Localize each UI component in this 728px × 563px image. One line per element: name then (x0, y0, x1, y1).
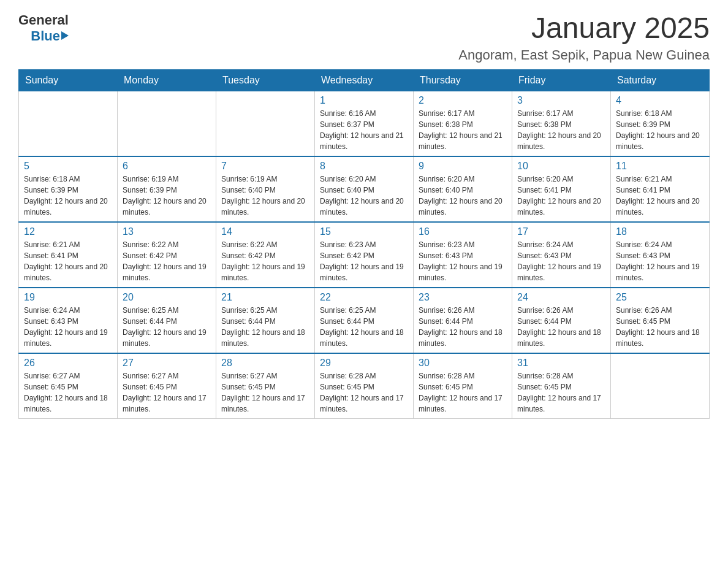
day-info: Sunrise: 6:17 AM Sunset: 6:38 PM Dayligh… (517, 108, 605, 152)
day-number: 19 (24, 292, 112, 303)
day-number: 1 (320, 95, 408, 106)
day-info: Sunrise: 6:26 AM Sunset: 6:45 PM Dayligh… (616, 305, 704, 349)
day-number: 8 (320, 161, 408, 172)
calendar-cell: 16Sunrise: 6:23 AM Sunset: 6:43 PM Dayli… (414, 222, 512, 288)
calendar-cell: 24Sunrise: 6:26 AM Sunset: 6:44 PM Dayli… (512, 288, 611, 353)
calendar-cell: 31Sunrise: 6:28 AM Sunset: 6:45 PM Dayli… (512, 353, 611, 419)
day-number: 28 (221, 358, 309, 369)
day-number: 17 (517, 226, 605, 237)
calendar-cell: 27Sunrise: 6:27 AM Sunset: 6:45 PM Dayli… (118, 353, 216, 419)
day-number: 24 (517, 292, 605, 303)
day-info: Sunrise: 6:18 AM Sunset: 6:39 PM Dayligh… (24, 174, 112, 218)
day-number: 2 (419, 95, 507, 106)
calendar-cell: 8Sunrise: 6:20 AM Sunset: 6:40 PM Daylig… (315, 156, 414, 222)
day-number: 30 (419, 358, 507, 369)
day-info: Sunrise: 6:17 AM Sunset: 6:38 PM Dayligh… (419, 108, 507, 152)
title-section: January 2025 Angoram, East Sepik, Papua … (458, 12, 710, 63)
calendar-cell: 18Sunrise: 6:24 AM Sunset: 6:43 PM Dayli… (611, 222, 710, 288)
calendar-cell: 30Sunrise: 6:28 AM Sunset: 6:45 PM Dayli… (414, 353, 512, 419)
calendar-day-header: Saturday (611, 69, 710, 91)
day-number: 14 (221, 226, 309, 237)
calendar-day-header: Tuesday (216, 69, 315, 91)
calendar-cell: 26Sunrise: 6:27 AM Sunset: 6:45 PM Dayli… (19, 353, 118, 419)
calendar-cell: 11Sunrise: 6:21 AM Sunset: 6:41 PM Dayli… (611, 156, 710, 222)
calendar-day-header: Sunday (19, 69, 118, 91)
calendar-cell: 9Sunrise: 6:20 AM Sunset: 6:40 PM Daylig… (414, 156, 512, 222)
day-number: 6 (123, 161, 211, 172)
day-info: Sunrise: 6:24 AM Sunset: 6:43 PM Dayligh… (616, 239, 704, 283)
calendar-cell: 20Sunrise: 6:25 AM Sunset: 6:44 PM Dayli… (118, 288, 216, 353)
day-info: Sunrise: 6:27 AM Sunset: 6:45 PM Dayligh… (221, 370, 309, 415)
day-info: Sunrise: 6:24 AM Sunset: 6:43 PM Dayligh… (517, 239, 605, 283)
day-number: 21 (221, 292, 309, 303)
day-info: Sunrise: 6:25 AM Sunset: 6:44 PM Dayligh… (221, 305, 309, 349)
calendar-cell: 28Sunrise: 6:27 AM Sunset: 6:45 PM Dayli… (216, 353, 315, 419)
day-info: Sunrise: 6:24 AM Sunset: 6:43 PM Dayligh… (24, 305, 112, 349)
calendar-week-row: 1Sunrise: 6:16 AM Sunset: 6:37 PM Daylig… (19, 91, 710, 156)
day-number: 23 (419, 292, 507, 303)
day-number: 29 (320, 358, 408, 369)
day-number: 5 (24, 161, 112, 172)
day-number: 15 (320, 226, 408, 237)
calendar-cell: 29Sunrise: 6:28 AM Sunset: 6:45 PM Dayli… (315, 353, 414, 419)
calendar-day-header: Thursday (414, 69, 512, 91)
day-number: 11 (616, 161, 704, 172)
day-number: 4 (616, 95, 704, 106)
calendar-cell (19, 91, 118, 156)
calendar-table: SundayMondayTuesdayWednesdayThursdayFrid… (18, 69, 710, 419)
logo: General Blue (18, 12, 69, 44)
day-info: Sunrise: 6:25 AM Sunset: 6:44 PM Dayligh… (123, 305, 211, 349)
calendar-cell: 15Sunrise: 6:23 AM Sunset: 6:42 PM Dayli… (315, 222, 414, 288)
calendar-cell: 4Sunrise: 6:18 AM Sunset: 6:39 PM Daylig… (611, 91, 710, 156)
calendar-day-header: Wednesday (315, 69, 414, 91)
day-number: 9 (419, 161, 507, 172)
day-number: 18 (616, 226, 704, 237)
day-number: 10 (517, 161, 605, 172)
calendar-header-row: SundayMondayTuesdayWednesdayThursdayFrid… (19, 69, 710, 91)
calendar-cell: 21Sunrise: 6:25 AM Sunset: 6:44 PM Dayli… (216, 288, 315, 353)
day-info: Sunrise: 6:20 AM Sunset: 6:41 PM Dayligh… (517, 174, 605, 218)
calendar-week-row: 19Sunrise: 6:24 AM Sunset: 6:43 PM Dayli… (19, 288, 710, 353)
day-number: 13 (123, 226, 211, 237)
day-info: Sunrise: 6:28 AM Sunset: 6:45 PM Dayligh… (320, 370, 408, 415)
day-info: Sunrise: 6:25 AM Sunset: 6:44 PM Dayligh… (320, 305, 408, 349)
calendar-week-row: 12Sunrise: 6:21 AM Sunset: 6:41 PM Dayli… (19, 222, 710, 288)
calendar-cell: 1Sunrise: 6:16 AM Sunset: 6:37 PM Daylig… (315, 91, 414, 156)
day-info: Sunrise: 6:18 AM Sunset: 6:39 PM Dayligh… (616, 108, 704, 152)
calendar-cell: 12Sunrise: 6:21 AM Sunset: 6:41 PM Dayli… (19, 222, 118, 288)
day-number: 16 (419, 226, 507, 237)
day-number: 25 (616, 292, 704, 303)
calendar-cell: 13Sunrise: 6:22 AM Sunset: 6:42 PM Dayli… (118, 222, 216, 288)
calendar-cell: 25Sunrise: 6:26 AM Sunset: 6:45 PM Dayli… (611, 288, 710, 353)
day-info: Sunrise: 6:23 AM Sunset: 6:42 PM Dayligh… (320, 239, 408, 283)
calendar-cell (611, 353, 710, 419)
day-info: Sunrise: 6:26 AM Sunset: 6:44 PM Dayligh… (517, 305, 605, 349)
calendar-cell: 5Sunrise: 6:18 AM Sunset: 6:39 PM Daylig… (19, 156, 118, 222)
calendar-cell: 23Sunrise: 6:26 AM Sunset: 6:44 PM Dayli… (414, 288, 512, 353)
calendar-cell: 2Sunrise: 6:17 AM Sunset: 6:38 PM Daylig… (414, 91, 512, 156)
subtitle: Angoram, East Sepik, Papua New Guinea (458, 47, 710, 63)
calendar-week-row: 26Sunrise: 6:27 AM Sunset: 6:45 PM Dayli… (19, 353, 710, 419)
day-number: 26 (24, 358, 112, 369)
calendar-day-header: Friday (512, 69, 611, 91)
day-info: Sunrise: 6:22 AM Sunset: 6:42 PM Dayligh… (221, 239, 309, 283)
day-info: Sunrise: 6:19 AM Sunset: 6:40 PM Dayligh… (221, 174, 309, 218)
day-info: Sunrise: 6:27 AM Sunset: 6:45 PM Dayligh… (24, 370, 112, 415)
page-header: General Blue January 2025 Angoram, East … (18, 12, 710, 63)
calendar-cell: 10Sunrise: 6:20 AM Sunset: 6:41 PM Dayli… (512, 156, 611, 222)
day-info: Sunrise: 6:26 AM Sunset: 6:44 PM Dayligh… (419, 305, 507, 349)
day-info: Sunrise: 6:22 AM Sunset: 6:42 PM Dayligh… (123, 239, 211, 283)
day-number: 20 (123, 292, 211, 303)
day-number: 12 (24, 226, 112, 237)
day-info: Sunrise: 6:28 AM Sunset: 6:45 PM Dayligh… (517, 370, 605, 415)
calendar-cell: 19Sunrise: 6:24 AM Sunset: 6:43 PM Dayli… (19, 288, 118, 353)
day-info: Sunrise: 6:21 AM Sunset: 6:41 PM Dayligh… (24, 239, 112, 283)
logo-blue: Blue (31, 28, 60, 44)
day-number: 31 (517, 358, 605, 369)
day-info: Sunrise: 6:20 AM Sunset: 6:40 PM Dayligh… (419, 174, 507, 218)
day-info: Sunrise: 6:23 AM Sunset: 6:43 PM Dayligh… (419, 239, 507, 283)
calendar-week-row: 5Sunrise: 6:18 AM Sunset: 6:39 PM Daylig… (19, 156, 710, 222)
day-info: Sunrise: 6:28 AM Sunset: 6:45 PM Dayligh… (419, 370, 507, 415)
calendar-cell: 6Sunrise: 6:19 AM Sunset: 6:39 PM Daylig… (118, 156, 216, 222)
day-number: 7 (221, 161, 309, 172)
